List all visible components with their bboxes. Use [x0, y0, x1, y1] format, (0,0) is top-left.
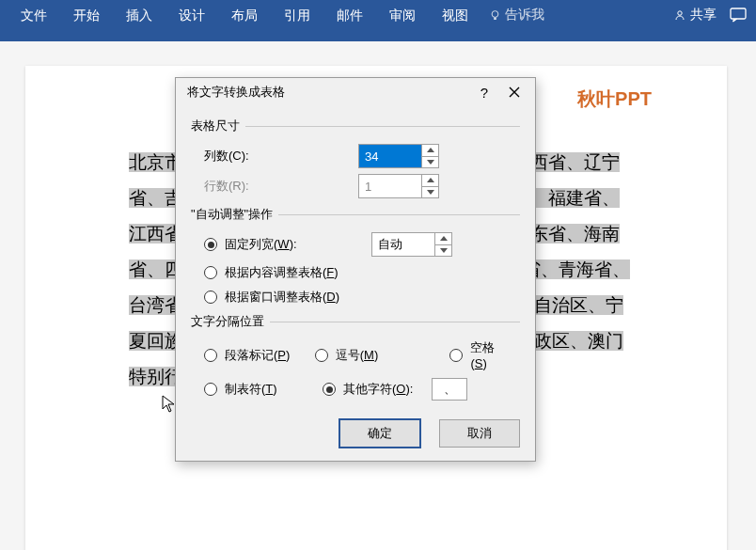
rows-input — [359, 175, 421, 197]
dialog-close-button[interactable] — [499, 81, 529, 103]
group-autofit: "自动调整"操作 — [191, 206, 520, 223]
columns-spinner[interactable] — [358, 144, 439, 168]
share-icon — [673, 8, 686, 22]
radio-icon — [204, 291, 217, 304]
tab-insert[interactable]: 插入 — [113, 0, 165, 30]
svg-point-0 — [492, 10, 498, 17]
cancel-button[interactable]: 取消 — [439, 419, 520, 448]
tab-home[interactable]: 开始 — [60, 0, 113, 30]
radio-icon — [315, 349, 328, 362]
dialog-help-button[interactable]: ? — [469, 81, 499, 103]
tab-design[interactable]: 设计 — [165, 0, 218, 30]
tab-view[interactable]: 视图 — [429, 0, 481, 30]
spinner-down[interactable] — [435, 244, 451, 257]
spinner-down[interactable] — [422, 156, 438, 168]
radio-autofit-window[interactable]: 根据窗口调整表格(D) — [204, 289, 339, 306]
radio-autofit-content[interactable]: 根据内容调整表格(F) — [204, 264, 339, 281]
share-button[interactable]: 共享 — [673, 7, 717, 24]
close-icon — [509, 86, 520, 98]
ribbon: 文件 开始 插入 设计 布局 引用 邮件 审阅 视图 告诉我 共享 — [0, 0, 756, 30]
dialog-titlebar: 将文字转换成表格 ? — [176, 78, 535, 106]
radio-sep-space[interactable]: 空格(S) — [449, 339, 507, 370]
group-separator: 文字分隔位置 — [191, 313, 520, 330]
convert-text-to-table-dialog: 将文字转换成表格 ? 表格尺寸 列数(C): 行数(R): "自动调整"操作 — [175, 77, 536, 462]
radio-sep-comma[interactable]: 逗号(M) — [315, 347, 437, 364]
text-fragment: 政区、澳门 — [534, 331, 623, 351]
spinner-down[interactable] — [422, 186, 438, 198]
radio-fixed-width[interactable]: 固定列宽(W): — [204, 236, 371, 253]
radio-icon — [204, 383, 217, 396]
radio-icon — [323, 383, 336, 396]
spinner-up[interactable] — [422, 145, 438, 156]
radio-icon — [204, 266, 217, 279]
tab-file[interactable]: 文件 — [8, 0, 60, 30]
tell-me-label: 告诉我 — [505, 7, 544, 24]
text-fragment: 西省、辽宁 — [530, 152, 620, 172]
text-fragment: 、福建省、 — [530, 188, 620, 208]
tab-references[interactable]: 引用 — [271, 0, 323, 30]
tell-me[interactable]: 告诉我 — [489, 7, 544, 24]
columns-input[interactable] — [359, 145, 421, 167]
comment-icon[interactable] — [730, 8, 747, 23]
text-fragment: 自治区、宁 — [534, 295, 623, 315]
radio-sep-paragraph[interactable]: 段落标记(P) — [204, 347, 302, 364]
tab-mailings[interactable]: 邮件 — [323, 0, 376, 30]
share-label: 共享 — [690, 7, 717, 24]
dialog-title: 将文字转换成表格 — [187, 84, 469, 101]
rows-spinner — [358, 174, 439, 198]
fixed-width-spinner[interactable] — [371, 232, 452, 257]
radio-icon — [204, 238, 217, 251]
sep-other-input[interactable] — [432, 378, 467, 401]
svg-point-2 — [678, 11, 682, 15]
tab-layout[interactable]: 布局 — [218, 0, 271, 30]
text-fragment: 省、青海省、 — [523, 259, 630, 279]
svg-rect-3 — [731, 8, 746, 19]
radio-sep-tab[interactable]: 制表符(T) — [204, 381, 309, 398]
rows-label: 行数(R): — [204, 178, 358, 195]
tab-review[interactable]: 审阅 — [376, 0, 429, 30]
radio-icon — [204, 349, 217, 362]
group-table-size: 表格尺寸 — [191, 118, 520, 134]
radio-sep-other[interactable]: 其他字符(O): — [323, 381, 413, 398]
spinner-up[interactable] — [435, 233, 451, 244]
fixed-width-input[interactable] — [372, 233, 434, 256]
text-fragment: 东省、海南 — [530, 224, 620, 244]
lightbulb-icon — [489, 9, 501, 22]
page-title: 秋叶PPT — [577, 86, 652, 112]
svg-rect-1 — [494, 17, 496, 20]
radio-icon — [449, 349, 463, 362]
columns-label: 列数(C): — [204, 148, 358, 165]
spinner-up[interactable] — [422, 175, 438, 186]
ok-button[interactable]: 确定 — [339, 419, 420, 448]
